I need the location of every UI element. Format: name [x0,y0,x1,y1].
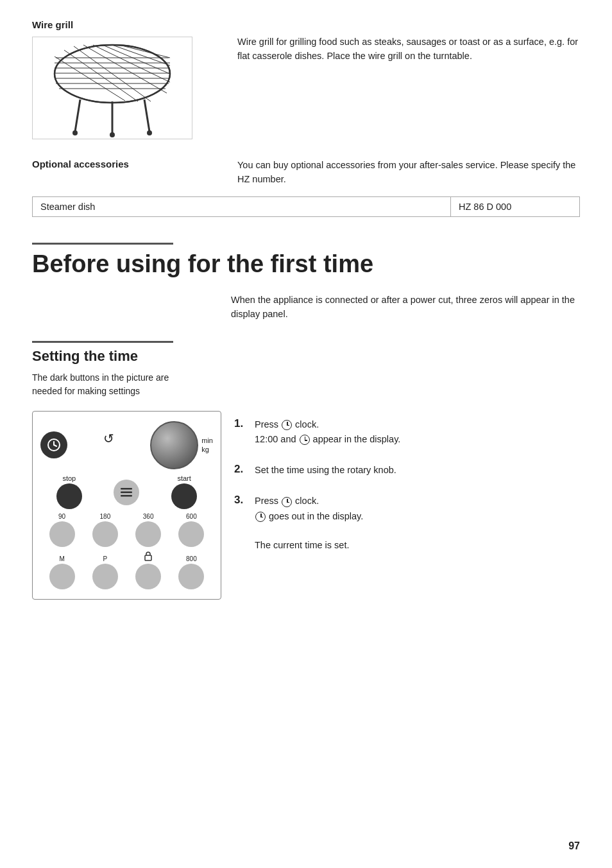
label-M: M [59,555,64,562]
min-kg-label: minkg [201,436,213,455]
clock-icon-1 [282,420,292,430]
btn-lock[interactable] [135,564,161,589]
knob-area: minkg [150,421,213,469]
accessories-section: Optional accessories You can buy optiona… [32,159,580,187]
step-1-number: 1. [234,417,248,430]
page-number: 97 [568,840,580,852]
label-lock [144,551,153,562]
btn90-group: 90 [49,513,75,547]
svg-rect-27 [121,491,132,493]
btnLock-group [135,551,161,589]
btn800-group: 800 [178,555,204,589]
btnM-group: M [49,555,75,589]
wire-grill-description: Wire grill for grilling food such as ste… [237,19,580,64]
wire-grill-svg [42,39,183,138]
step-2-number: 2. [234,463,248,476]
step-3-number: 3. [234,494,248,507]
svg-line-17 [75,100,80,132]
power-cut-text: When the appliance is connected or after… [231,293,580,322]
stop-button[interactable] [56,483,82,509]
svg-rect-28 [121,495,132,497]
btn-90[interactable] [49,521,75,547]
wire-grill-image [32,37,192,139]
label-P: P [103,555,108,562]
start-label: start [177,474,191,482]
accessories-description: You can buy optional accessories from yo… [237,159,580,187]
stop-start-row: stop start [40,474,213,509]
start-button[interactable] [171,483,197,509]
wire-grill-right: Wire grill for grilling food such as ste… [237,19,580,139]
step-1: 1. Press clock. 12:00 and appear in the … [234,417,580,447]
btn-600[interactable] [178,521,204,547]
label-180: 180 [100,513,111,520]
number-row-1: 90 180 360 600 [40,513,213,547]
label-600: 600 [186,513,197,520]
wire-grill-section: Wire grill [32,19,580,139]
menu-group [114,478,139,505]
svg-rect-29 [145,555,151,560]
svg-rect-26 [121,488,132,490]
setting-subtitle: The dark buttons in the picture are need… [32,371,192,398]
svg-point-20 [72,130,78,135]
accessories-title: Optional accessories [32,159,218,187]
control-panel: ↺ minkg stop [32,411,221,600]
svg-line-25 [54,445,56,446]
btn-360[interactable] [135,521,161,547]
step-3: 3. Press clock. goes out in the display. [234,494,580,523]
panel-top-row: ↺ minkg [40,421,213,469]
menu-button[interactable] [114,480,139,505]
clock-icon-3 [282,497,292,507]
svg-line-18 [144,100,149,132]
setting-content: ↺ minkg stop [32,411,580,600]
step-2: 2. Set the time using the rotary knob. [234,463,580,478]
section-divider-2 [32,341,173,343]
stop-group: stop [56,474,82,509]
clock-icon-4 [255,512,266,522]
start-group: start [171,474,197,509]
wire-grill-title: Wire grill [32,19,218,30]
hz-number-cell: HZ 86 D 000 [451,197,579,216]
btn-P[interactable] [92,564,118,589]
btn-M[interactable] [49,564,75,589]
conclusion-text: The current time is set. [255,540,580,550]
btnP-group: P [92,555,118,589]
bottom-row: M P 800 [40,551,213,589]
section-divider-1 [32,243,173,245]
btn-180[interactable] [92,521,118,547]
step-2-text: Set the time using the rotary knob. [255,463,396,478]
arrow-symbol: ↺ [103,431,114,446]
step-1-text: Press clock. 12:00 and appear in the dis… [255,417,400,447]
label-90: 90 [58,513,65,520]
wire-grill-left: Wire grill [32,19,218,139]
step-3-text: Press clock. goes out in the display. [255,494,363,523]
label-360: 360 [143,513,154,520]
steamer-dish-cell: Steamer dish [33,197,451,216]
stop-start-row-container: stop start [40,474,213,509]
clock-button-area [40,431,67,458]
stop-label: stop [62,474,76,482]
arrow-area: ↺ [103,431,114,449]
setting-time-heading: Setting the time [32,348,580,365]
btn180-group: 180 [92,513,118,547]
svg-line-9 [83,45,167,93]
btn600-group: 600 [178,513,204,547]
clock-button[interactable] [40,431,67,458]
btn-800[interactable] [178,564,204,589]
btn360-group: 360 [135,513,161,547]
svg-point-22 [110,132,115,137]
before-using-heading: Before using for the first time [32,251,580,278]
svg-line-11 [93,45,170,82]
clock-icon-2 [300,435,310,445]
svg-point-21 [147,130,152,135]
accessories-table: Steamer dish HZ 86 D 000 [32,196,580,217]
label-800: 800 [186,555,197,562]
rotary-knob[interactable] [150,421,198,469]
steps-column: 1. Press clock. 12:00 and appear in the … [234,411,580,550]
